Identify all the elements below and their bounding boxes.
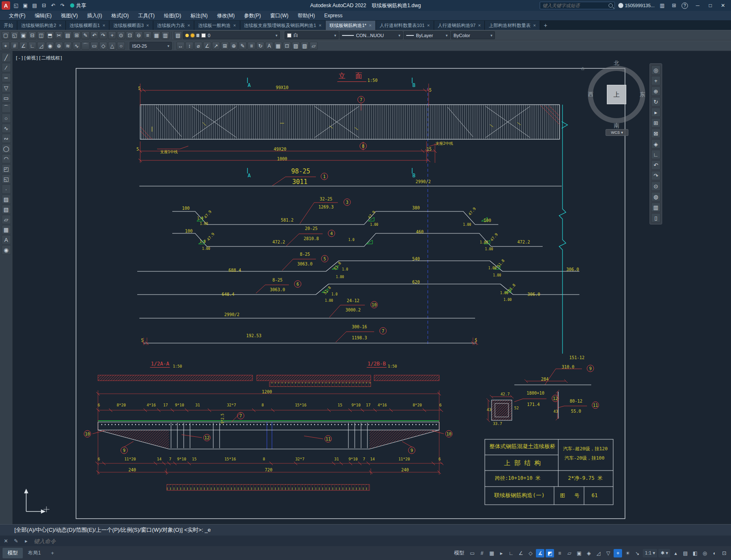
tab-close-icon[interactable]: ×	[188, 23, 190, 28]
model-paper-icon[interactable]: ▭	[468, 549, 476, 557]
qat-open-icon[interactable]: ◱	[12, 1, 20, 10]
grid-icon[interactable]: #	[478, 549, 486, 557]
maximize-button[interactable]: □	[704, 0, 717, 11]
osnap-center-icon[interactable]: ⌖	[2, 42, 10, 50]
color-dropdown[interactable]: 白 ▾	[285, 31, 339, 39]
copy-icon[interactable]: ▤	[64, 31, 72, 39]
graphics-performance-icon[interactable]: ◐	[710, 549, 719, 557]
dynamic-ucs-icon[interactable]: ◿	[594, 549, 603, 557]
steering-icon[interactable]: ◈	[651, 139, 660, 149]
ellipse-arc-icon[interactable]: ◠	[2, 154, 11, 163]
plot-preview-icon[interactable]: ◫	[37, 31, 45, 39]
polygon-icon[interactable]: ▽	[2, 83, 11, 92]
circle-icon[interactable]: ○	[2, 114, 11, 123]
cut-icon[interactable]: ✂	[55, 31, 63, 39]
isolate-view-icon[interactable]: ◍	[651, 192, 660, 201]
rect-tool-icon[interactable]: ▭	[90, 42, 98, 50]
diamond-icon[interactable]: ◇	[99, 42, 107, 50]
command-customize-icon[interactable]: ✎	[13, 538, 19, 544]
menu-item[interactable]: 插入(I)	[82, 11, 106, 20]
zoom-extents-icon[interactable]: ⊕	[651, 87, 660, 96]
dim-center-icon[interactable]: ⊕	[230, 42, 238, 50]
file-tab[interactable]: 连续板横断面3 ×	[109, 21, 153, 30]
intersection-icon[interactable]: ⊕	[55, 42, 63, 50]
snap-grid-icon[interactable]: #	[11, 42, 19, 50]
dynamic-input-icon[interactable]: ▸	[497, 549, 505, 557]
isodraft-icon[interactable]: ◇	[526, 549, 535, 557]
tab-close-icon[interactable]: ×	[369, 23, 372, 28]
zoom-object-icon[interactable]: ⊠	[651, 129, 660, 138]
new-layout-button[interactable]: +	[46, 549, 59, 558]
selection-cycling-icon[interactable]: ▣	[575, 549, 583, 557]
model-tab[interactable]: 模型	[3, 548, 23, 558]
qat-saveas-icon[interactable]: ▤	[30, 1, 39, 10]
region-icon[interactable]: ▱	[2, 215, 11, 224]
layout1-tab[interactable]: 布局1	[23, 548, 46, 558]
dimstyle-dropdown[interactable]: ISO-25 ▾	[130, 42, 172, 50]
autocad-logo[interactable]: A	[2, 1, 10, 10]
dim-tolerance-icon[interactable]: ⊞	[221, 42, 229, 50]
file-tab[interactable]: 连续板内力表 ×	[153, 21, 194, 30]
gradient-icon[interactable]: ▧	[2, 205, 11, 214]
layer-properties-icon[interactable]: ▧	[174, 31, 182, 39]
point-icon[interactable]: ·	[2, 184, 11, 194]
menu-item[interactable]: Express	[320, 11, 347, 20]
spline-tool-icon[interactable]: ∿	[73, 42, 81, 50]
dim-angle-icon[interactable]: ∠	[203, 42, 211, 50]
plotstyle-dropdown[interactable]: ByColor ▾	[451, 31, 495, 39]
ucs-tool-icon[interactable]: ∟	[651, 150, 660, 159]
full-nav-wheel-icon[interactable]: ◎	[651, 65, 660, 75]
menu-item[interactable]: 帮助(H)	[293, 11, 320, 20]
tab-close-icon[interactable]: ×	[59, 23, 61, 28]
menu-item[interactable]: 工具(T)	[133, 11, 159, 20]
snap-icon[interactable]: ▦	[487, 549, 496, 557]
circle-tool-icon[interactable]: ○	[117, 42, 125, 50]
app-store-icon[interactable]: ▥	[658, 1, 666, 10]
dim-diameter-icon[interactable]: ⌀	[194, 42, 202, 50]
compass-east-label[interactable]: 东	[640, 91, 645, 98]
ortho-icon[interactable]: ∟	[507, 549, 515, 557]
wcs-selector[interactable]: WCS ▾	[606, 129, 628, 136]
compass-south-label[interactable]: 南	[614, 122, 620, 130]
polyline-icon[interactable]: ┉	[2, 73, 11, 82]
new-icon[interactable]: ▢	[2, 31, 10, 39]
file-tab[interactable]: 连续板横断面1 ×	[66, 21, 110, 30]
menu-item[interactable]: 编辑(E)	[30, 11, 56, 20]
menu-item[interactable]: 参数(P)	[239, 11, 266, 20]
menu-item[interactable]: 窗口(W)	[266, 11, 293, 20]
designcenter-icon[interactable]: ▦	[152, 31, 160, 39]
quick-properties-icon[interactable]: ▤	[681, 549, 690, 557]
tab-close-icon[interactable]: ×	[233, 23, 236, 28]
model-space-label[interactable]: 模型	[454, 549, 464, 557]
dim-edit-icon[interactable]: ✎	[239, 42, 247, 50]
menu-item[interactable]: 绘图(D)	[159, 11, 186, 20]
menu-item[interactable]: 修改(M)	[212, 11, 239, 20]
named-views-icon[interactable]: ▯	[651, 213, 660, 222]
spline-icon[interactable]: ∾	[2, 134, 11, 143]
selection-filter-icon[interactable]: ▽	[604, 549, 612, 557]
polar-icon[interactable]: ∠	[516, 549, 525, 557]
mtext-icon[interactable]: A	[2, 235, 11, 244]
new-tab-button[interactable]: +	[540, 21, 551, 30]
tab-close-icon[interactable]: ×	[427, 23, 429, 28]
zoom-window2-icon[interactable]: ⊞	[651, 118, 660, 127]
undo-icon[interactable]: ↶	[90, 31, 98, 39]
triangle-tool-icon[interactable]: ◿	[37, 42, 45, 50]
otrack-icon[interactable]: ∡	[536, 549, 544, 557]
isolate-objects-icon[interactable]: ◎	[701, 549, 709, 557]
command-close-icon[interactable]: ✕	[3, 538, 9, 544]
qat-redo-icon[interactable]: ↷	[58, 1, 67, 10]
zoom-previous-icon[interactable]: ⊖	[135, 31, 143, 39]
hatch-icon[interactable]: ▨	[2, 195, 11, 204]
region-tool-icon[interactable]: ▱	[310, 42, 318, 50]
tab-close-icon[interactable]: ×	[533, 23, 535, 28]
autoscale-icon[interactable]: ↘	[633, 549, 641, 557]
angle-icon[interactable]: ∠	[19, 42, 27, 50]
tab-close-icon[interactable]: ×	[478, 23, 481, 28]
pan-icon[interactable]: +	[108, 31, 116, 39]
ortho-tool-icon[interactable]: ∟	[28, 42, 36, 50]
layer-walk-icon[interactable]: ▥	[651, 203, 660, 212]
account-menu[interactable]: 1505999135...	[618, 3, 655, 8]
file-tab[interactable]: 联续板钢筋构造1* ×	[326, 21, 376, 30]
make-block-icon[interactable]: ◱	[2, 174, 11, 184]
